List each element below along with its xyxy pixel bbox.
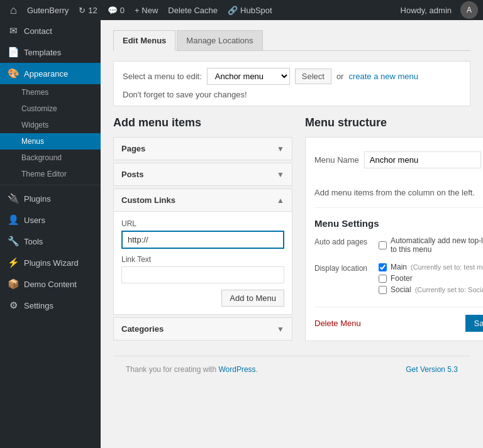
- menu-name-label: Menu Name: [314, 155, 359, 165]
- adminbar-wp-logo[interactable]: ⌂: [5, 0, 22, 20]
- howdy-text: Howdy, admin: [396, 6, 457, 15]
- accordion-custom-links: Custom Links ▲ URL Link Text Add to Menu: [113, 188, 292, 315]
- location-footer-option[interactable]: Footer: [379, 274, 483, 283]
- accordion-pages-header[interactable]: Pages ▼: [114, 138, 292, 160]
- accordion-posts-arrow: ▼: [277, 170, 284, 179]
- sidebar-item-appearance[interactable]: 🎨 Appearance: [0, 63, 101, 84]
- sidebar-item-settings[interactable]: ⚙ Settings: [0, 295, 101, 316]
- sidebar-item-appearance-label: Appearance: [24, 69, 68, 79]
- location-main-option[interactable]: Main (Currently set to: test menu): [379, 263, 483, 271]
- auto-add-text: Automatically add new top-level pages to…: [391, 236, 483, 254]
- accordion-posts-header[interactable]: Posts ▼: [114, 163, 292, 185]
- accordion-categories-header[interactable]: Categories ▼: [114, 318, 292, 340]
- tab-edit-menus[interactable]: Edit Menus: [113, 30, 175, 51]
- tab-manage-locations[interactable]: Manage Locations: [177, 30, 262, 50]
- add-to-menu-button[interactable]: Add to Menu: [221, 290, 284, 307]
- accordion-pages-label: Pages: [121, 144, 145, 153]
- sidebar-item-themes[interactable]: Themes: [0, 84, 101, 101]
- demo-content-icon: 📦: [8, 278, 19, 290]
- dont-forget-text: Don't forget to save your changes!: [123, 90, 247, 99]
- sidebar-item-customize[interactable]: Customize: [0, 101, 101, 117]
- menu-settings-title: Menu Settings: [314, 218, 483, 229]
- sidebar-item-theme-editor-label: Theme Editor: [21, 170, 67, 178]
- users-icon: 👤: [8, 214, 19, 226]
- sidebar-item-plugins[interactable]: 🔌 Plugins: [0, 188, 101, 209]
- comments-count: 0: [120, 6, 125, 15]
- sidebar-item-theme-editor[interactable]: Theme Editor: [0, 166, 101, 182]
- link-text-label: Link Text: [121, 255, 284, 264]
- sidebar-item-demo-content[interactable]: 📦 Demo Content: [0, 273, 101, 295]
- accordion-custom-links-content: URL Link Text Add to Menu: [114, 211, 292, 314]
- url-input[interactable]: [121, 231, 284, 249]
- sidebar-item-settings-label: Settings: [24, 301, 53, 310]
- sidebar-item-widgets[interactable]: Widgets: [0, 117, 101, 133]
- accordion-custom-links-header[interactable]: Custom Links ▲: [114, 189, 292, 211]
- new-label: + New: [135, 6, 158, 15]
- menu-select-dropdown[interactable]: Anchor menu Main Footer Social: [207, 68, 290, 85]
- adminbar-comments[interactable]: 💬 0: [103, 0, 130, 20]
- sidebar-item-tools-label: Tools: [24, 237, 43, 246]
- accordion-posts-label: Posts: [121, 170, 143, 179]
- delete-menu-link[interactable]: Delete Menu: [314, 319, 361, 328]
- sidebar-item-menus-label: Menus: [21, 137, 44, 146]
- accordion-categories-label: Categories: [121, 324, 164, 334]
- location-social-option[interactable]: Social (Currently set to: Social): [379, 285, 483, 294]
- adminbar-delete-cache[interactable]: Delete Cache: [163, 0, 223, 20]
- footer-thank-you: Thank you for creating with: [126, 365, 216, 374]
- adminbar-site-name[interactable]: GutenBerry: [22, 0, 74, 20]
- adminbar-avatar[interactable]: A: [460, 1, 478, 19]
- save-menu-button-bottom[interactable]: Save Menu: [465, 315, 483, 332]
- accordion-custom-links-label: Custom Links: [121, 195, 175, 205]
- adminbar-new[interactable]: + New: [130, 0, 163, 20]
- location-footer-checkbox[interactable]: [379, 275, 387, 283]
- accordion-posts: Posts ▼: [113, 163, 292, 186]
- link-text-input[interactable]: [121, 266, 284, 283]
- accordion-categories: Categories ▼: [113, 317, 292, 341]
- location-social-checkbox[interactable]: [379, 286, 387, 294]
- auto-add-checkbox[interactable]: [379, 241, 387, 249]
- or-text: or: [336, 72, 344, 81]
- adminbar-hubspot[interactable]: 🔗 HubSpot: [223, 0, 277, 20]
- sidebar-item-plugins-label: Plugins: [24, 194, 51, 204]
- add-menu-items-panel: Add menu items Pages ▼ Posts ▼: [113, 116, 292, 343]
- plugins-wizard-icon: ⚡: [8, 257, 19, 268]
- tools-icon: 🔧: [8, 236, 19, 247]
- location-footer-label: Footer: [391, 274, 413, 283]
- display-location-controls: Main (Currently set to: test menu) Foote…: [379, 263, 483, 297]
- sidebar-item-background-label: Background: [21, 153, 62, 162]
- menu-actions: Delete Menu Save Menu: [314, 307, 483, 332]
- sidebar-item-plugins-wizard[interactable]: ⚡ Plugins Wizard: [0, 252, 101, 273]
- sidebar-item-plugins-wizard-label: Plugins Wizard: [24, 258, 79, 268]
- display-location-label: Display location: [314, 263, 371, 297]
- sidebar-item-templates-label: Templates: [24, 48, 61, 57]
- link-text-field: Link Text: [121, 255, 284, 283]
- contact-icon: ✉: [8, 25, 19, 36]
- menu-editor-columns: Add menu items Pages ▼ Posts ▼: [113, 116, 470, 343]
- footer-version-link[interactable]: Get Version 5.3: [406, 365, 458, 374]
- create-new-menu-link[interactable]: create a new menu: [348, 72, 418, 81]
- auto-add-row: Auto add pages Automatically add new top…: [314, 236, 483, 256]
- sidebar-item-tools[interactable]: 🔧 Tools: [0, 231, 101, 252]
- tab-wrapper: Edit Menus Manage Locations: [113, 30, 470, 51]
- adminbar-updates[interactable]: ↻ 12: [74, 0, 102, 20]
- select-button[interactable]: Select: [295, 68, 331, 84]
- accordion-custom-links-arrow: ▲: [277, 196, 284, 205]
- auto-add-label: Auto add pages: [314, 236, 371, 256]
- sidebar-item-contact[interactable]: ✉ Contact: [0, 20, 101, 41]
- sidebar-item-users[interactable]: 👤 Users: [0, 209, 101, 231]
- menu-name-input[interactable]: [364, 151, 481, 168]
- sidebar-item-templates[interactable]: 📄 Templates: [0, 41, 101, 63]
- main-content: Edit Menus Manage Locations Select a men…: [101, 20, 483, 448]
- display-location-row: Display location Main (Currently set to:…: [314, 263, 483, 297]
- select-menu-label: Select a menu to edit:: [123, 72, 202, 81]
- sidebar-item-menus[interactable]: Menus: [0, 133, 101, 150]
- auto-add-option[interactable]: Automatically add new top-level pages to…: [379, 236, 483, 254]
- sidebar-item-demo-content-label: Demo Content: [24, 280, 77, 289]
- auto-add-controls: Automatically add new top-level pages to…: [379, 236, 483, 256]
- location-main-checkbox[interactable]: [379, 263, 387, 271]
- footer-wp-link[interactable]: WordPress: [218, 365, 255, 374]
- templates-icon: 📄: [8, 46, 19, 58]
- menu-structure-panel: Menu structure Menu Name Save Menu Add m…: [305, 116, 483, 341]
- footer-left: Thank you for creating with WordPress.: [126, 365, 258, 374]
- sidebar-item-background[interactable]: Background: [0, 150, 101, 166]
